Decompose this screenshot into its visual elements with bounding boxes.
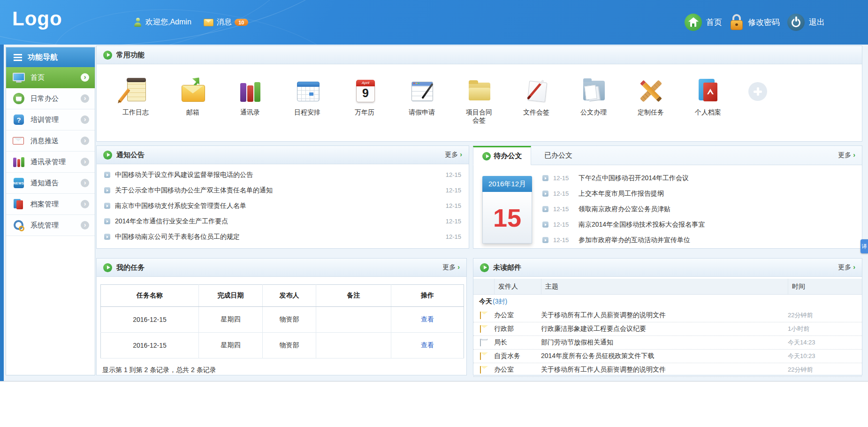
sidebar-header: 功能导航 <box>6 47 95 67</box>
sidebar-item-notices[interactable]: 通知通告 <box>6 173 95 194</box>
tab-processed-docs[interactable]: 已办公文 <box>531 146 586 165</box>
quick-item-mailbox[interactable]: 邮箱 <box>176 76 210 116</box>
more-link[interactable]: 更多 <box>838 151 862 160</box>
notice-item[interactable]: 南京市中国移动支付系统安全管理责任人名单 12-15 <box>97 198 469 214</box>
task-name: 2016-12-15 <box>101 333 199 358</box>
table-row: 2016-12-15 星期四 物资部 查看 <box>101 333 464 358</box>
task-name: 2016-12-15 <box>101 307 199 333</box>
notice-text: 南京市中国移动支付系统安全管理责任人名单 <box>115 202 441 210</box>
mail-row[interactable]: 办公室 关于移动所有工作人员薪资调整的说明文件 22分钟前 <box>473 309 862 322</box>
quick-item-worklog[interactable]: 工作日志 <box>119 76 152 116</box>
add-function-button[interactable] <box>748 82 767 101</box>
mail-row[interactable]: 行政部 行政廉洁形象建设工程要点会议纪要 1小时前 <box>473 322 862 336</box>
quick-item-label: 文件会签 <box>521 108 551 116</box>
col-subject: 主题 <box>541 279 788 294</box>
arrow-bullet-icon <box>104 203 110 209</box>
folder-contract-icon <box>462 76 496 106</box>
sidebar-item-archives[interactable]: 档案管理 <box>6 194 95 215</box>
sidebar-item-home[interactable]: 首页 <box>6 67 95 88</box>
books-icon <box>13 156 25 168</box>
arrow-bullet-icon <box>542 221 548 228</box>
user-icon <box>134 18 142 27</box>
mail-row[interactable]: 局长 部门劳动节放假相关通知 今天14:23 <box>473 336 862 350</box>
quick-item-label: 万年历 <box>350 108 380 116</box>
more-link[interactable]: 更多 <box>442 263 460 272</box>
mail-row[interactable]: 自贡水务 2014年度所有公务员征税政策文件下载 今天10:23 <box>473 350 862 363</box>
quick-item-official-docs[interactable]: 公文办理 <box>577 76 610 116</box>
nav-change-password[interactable]: 修改密码 <box>730 14 780 31</box>
quick-item-personal-archive[interactable]: 个人档案 <box>691 76 725 116</box>
quick-item-custom-task[interactable]: 定制任务 <box>634 76 668 116</box>
training-icon <box>13 114 25 126</box>
quick-item-contacts[interactable]: 通讯录 <box>233 76 267 116</box>
tasks-panel: 我的任务 更多 任务名称 完成日期 发布人 备注 操作 2016-12-1 <box>96 258 467 375</box>
panel-header: 常用功能 <box>97 46 862 64</box>
col-due-date: 完成日期 <box>199 285 263 307</box>
quick-item-perpetual-calendar[interactable]: April 万年历 <box>348 76 381 116</box>
group-count: (3封) <box>493 297 507 306</box>
arrow-bullet-icon <box>542 191 548 197</box>
col-time: 时间 <box>788 279 862 294</box>
group-label: 今天 <box>479 297 492 306</box>
sidebar-item-contacts[interactable]: 通讯录管理 <box>6 152 95 173</box>
more-link[interactable]: 更多 <box>838 263 855 272</box>
messages-link[interactable]: 消息 <box>217 17 232 27</box>
sidebar-item-message-push[interactable]: 消息推送 <box>6 130 95 152</box>
gear-icon <box>13 219 25 231</box>
sidebar-item-system[interactable]: 系统管理 <box>6 215 95 236</box>
quick-item-file-countersign[interactable]: 文件会签 <box>519 76 553 116</box>
doc-item[interactable]: 12-15 领取南京政府办公室公务员津贴 <box>542 201 856 217</box>
col-sender: 发件人 <box>494 279 541 294</box>
quick-functions-panel: 常用功能 工作日志 邮箱 通讯录 日程安排 <box>96 46 862 142</box>
mail-subject: 行政廉洁形象建设工程要点会议纪要 <box>541 325 788 333</box>
mail-row[interactable]: 办公室 关于移动所有工作人员薪资调整的说明文件 22分钟前 <box>473 363 862 377</box>
quick-item-label: 邮箱 <box>178 108 208 116</box>
quick-item-label: 请假申请 <box>407 108 437 116</box>
notice-item[interactable]: 2014年全市通信行业安全生产工作要点 12-15 <box>97 214 469 229</box>
mail-open-icon <box>480 339 481 346</box>
quick-item-label: 项目合同会签 <box>464 108 494 124</box>
notice-item[interactable]: 中国移动南京公司关于表彰各位员工的规定 12-15 <box>97 229 469 244</box>
doc-item[interactable]: 12-15 下午2点中国移动召开2014年工作会议 <box>542 170 856 186</box>
arrow-bullet-icon <box>542 175 548 181</box>
mail-sender: 办公室 <box>494 366 541 374</box>
quick-item-label: 日程安排 <box>292 108 322 116</box>
quick-item-contract-countersign[interactable]: 项目合同会签 <box>462 76 496 124</box>
tab-pending-docs[interactable]: 待办公文 <box>473 146 531 165</box>
view-link[interactable]: 查看 <box>421 315 434 323</box>
doc-date: 12-15 <box>553 236 574 244</box>
mail-subject: 关于移动所有工作人员薪资调整的说明文件 <box>541 366 788 374</box>
panel-title: 未读邮件 <box>493 263 521 272</box>
tasks-header-row: 任务名称 完成日期 发布人 备注 操作 <box>101 285 464 307</box>
sidebar-item-daily-office[interactable]: 日常办公 <box>6 88 95 109</box>
notice-text: 中国移动南京公司关于表彰各位员工的规定 <box>115 233 441 241</box>
doc-item[interactable]: 12-15 上交本年度市局工作报告提纲 <box>542 186 856 201</box>
quick-item-schedule[interactable]: 日程安排 <box>290 76 324 116</box>
table-row: 2016-12-15 星期四 物资部 查看 <box>101 307 464 333</box>
top-nav: 首页 修改密码 退出 <box>685 0 825 45</box>
more-link[interactable]: 更多 <box>445 151 462 159</box>
notice-item[interactable]: 中国移动关于设立作风建设监督举报电话的公告 12-15 <box>97 167 469 183</box>
notice-item[interactable]: 关于公示全市中国移动办公生产双主体责任名单的通知 12-15 <box>97 183 469 198</box>
quick-item-label: 公文办理 <box>579 108 609 116</box>
document-pen-icon <box>519 76 553 106</box>
doc-item[interactable]: 12-15 南京2014年全国移动技术投标大会报名事宜 <box>542 217 856 232</box>
doc-date: 12-15 <box>553 190 574 197</box>
col-publisher: 发布人 <box>263 285 316 307</box>
translate-button[interactable]: 译 <box>860 239 868 253</box>
quick-item-leave-request[interactable]: 请假申请 <box>405 76 439 116</box>
nav-logout[interactable]: 退出 <box>787 14 825 31</box>
sidebar: 功能导航 首页 日常办公 培训管理 消息推送 <box>6 47 95 375</box>
tab-label: 已办公文 <box>544 151 572 160</box>
doc-item[interactable]: 12-15 参加市政府举办的互动活动并宣传单位 <box>542 232 856 248</box>
task-publisher: 物资部 <box>263 333 316 358</box>
view-link[interactable]: 查看 <box>421 341 434 349</box>
nav-home[interactable]: 首页 <box>685 14 722 31</box>
arrow-bullet-icon <box>104 187 110 193</box>
sidebar-item-training[interactable]: 培训管理 <box>6 109 95 130</box>
notice-text: 关于公示全市中国移动办公生产双主体责任名单的通知 <box>115 186 441 195</box>
quick-item-label: 通讯录 <box>235 108 265 116</box>
tab-label: 待办公文 <box>494 152 522 160</box>
mail-closed-icon <box>480 352 481 360</box>
calendar-day: 15 <box>482 192 532 244</box>
